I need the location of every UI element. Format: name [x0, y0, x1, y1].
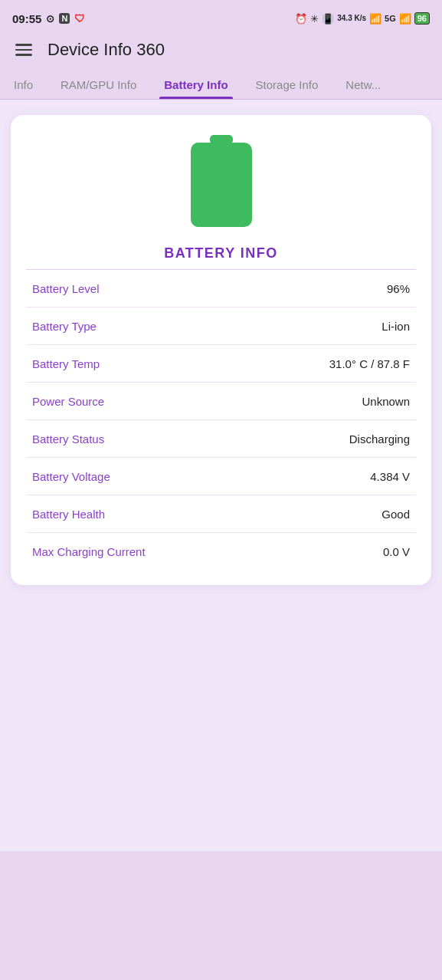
row-battery-temp: Battery Temp 31.0° C / 87.8 F	[26, 345, 416, 383]
svg-rect-1	[191, 143, 252, 227]
label-battery-status: Battery Status	[32, 432, 104, 446]
hamburger-line-1	[15, 44, 32, 46]
label-battery-temp: Battery Temp	[32, 357, 100, 370]
battery-icon-status: 96	[414, 12, 430, 25]
value-battery-status: Discharging	[349, 432, 410, 446]
value-battery-temp: 31.0° C / 87.8 F	[329, 357, 410, 370]
content-area: BATTERY INFO Battery Level 96% Battery T…	[0, 100, 442, 851]
wifi-icon: 📶	[369, 13, 381, 25]
battery-percent-status: 96	[417, 14, 427, 23]
row-battery-level: Battery Level 96%	[26, 270, 416, 307]
value-battery-level: 96%	[387, 282, 410, 295]
battery-info-title: BATTERY INFO	[26, 245, 416, 261]
value-max-charging-current: 0.0 V	[383, 545, 410, 558]
row-battery-health: Battery Health Good	[26, 495, 416, 533]
value-battery-voltage: 4.384 V	[370, 470, 410, 483]
signal-icon: 📶	[399, 13, 411, 25]
top-bar: Device Info 360	[0, 34, 442, 69]
value-battery-type: Li-ion	[381, 320, 410, 333]
app-title: Device Info 360	[47, 40, 165, 60]
hamburger-line-2	[15, 49, 32, 51]
vibrate-icon: 📳	[322, 13, 334, 25]
value-battery-health: Good	[381, 508, 410, 521]
network-gen: 5G	[385, 14, 396, 23]
status-right-icons: ⏰ ✳ 📳 34.3 K/s 📶 5G 📶 96	[295, 12, 430, 25]
value-power-source: Unknown	[362, 395, 410, 408]
battery-info-card: BATTERY INFO Battery Level 96% Battery T…	[11, 115, 431, 585]
label-battery-voltage: Battery Voltage	[32, 470, 110, 483]
hamburger-line-3	[15, 54, 32, 56]
label-battery-type: Battery Type	[32, 320, 97, 333]
network-speed: 34.3 K/s	[337, 14, 366, 23]
row-battery-status: Battery Status Discharging	[26, 420, 416, 458]
battery-icon-container	[26, 133, 416, 233]
label-max-charging-current: Max Charging Current	[32, 545, 146, 558]
row-battery-voltage: Battery Voltage 4.384 V	[26, 458, 416, 495]
nfc-icon: N	[59, 13, 70, 24]
alarm-icon: ⏰	[295, 13, 307, 25]
tab-storage[interactable]: Storage Info	[242, 69, 332, 99]
tab-network[interactable]: Netw...	[332, 69, 395, 99]
heart-icon: 🛡	[74, 12, 85, 25]
info-rows-container: Battery Level 96% Battery Type Li-ion Ba…	[26, 270, 416, 570]
label-power-source: Power Source	[32, 395, 104, 408]
label-battery-level: Battery Level	[32, 282, 100, 295]
bluetooth-icon: ✳	[310, 13, 319, 25]
row-battery-type: Battery Type Li-ion	[26, 307, 416, 345]
tab-battery[interactable]: Battery Info	[150, 69, 241, 99]
status-time: 09:55	[12, 12, 41, 25]
menu-button[interactable]	[12, 41, 35, 59]
tab-info[interactable]: Info	[0, 69, 47, 99]
label-battery-health: Battery Health	[32, 508, 105, 521]
battery-full-icon	[187, 133, 256, 233]
row-power-source: Power Source Unknown	[26, 383, 416, 420]
status-time-area: 09:55 ⊙ N 🛡	[12, 12, 85, 25]
tab-bar: Info RAM/GPU Info Battery Info Storage I…	[0, 69, 442, 100]
status-bar: 09:55 ⊙ N 🛡 ⏰ ✳ 📳 34.3 K/s 📶 5G 📶 96	[0, 0, 442, 34]
key-icon: ⊙	[46, 13, 54, 25]
row-max-charging-current: Max Charging Current 0.0 V	[26, 533, 416, 570]
tab-ram-gpu[interactable]: RAM/GPU Info	[47, 69, 150, 99]
